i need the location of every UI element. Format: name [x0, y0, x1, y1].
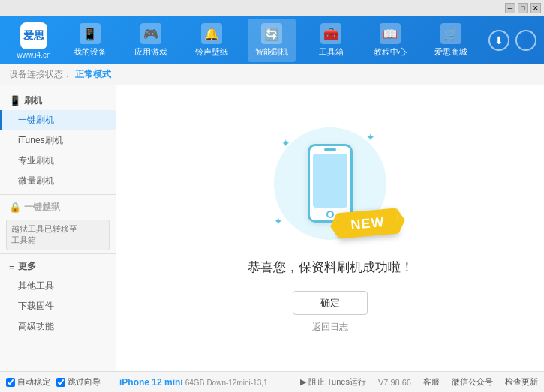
status-bar: 设备连接状态： 正常模式: [0, 64, 544, 85]
nav-toolbox-label: 工具箱: [319, 46, 344, 58]
sparkle-bottom-left: ✦: [274, 215, 283, 227]
sidebar-section-more: ≡ 更多: [0, 257, 116, 276]
nav-ringtone-label: 铃声壁纸: [195, 46, 228, 58]
sidebar-section-jailbreak: 🔒 一键越狱: [0, 198, 116, 217]
nav-ringtone[interactable]: 🔔 铃声壁纸: [188, 19, 236, 62]
jailbreak-note: 越狱工具已转移至工具箱: [6, 220, 110, 250]
status-value: 正常模式: [75, 68, 111, 81]
toolbox-icon: 🧰: [320, 23, 341, 44]
new-badge: NEW: [337, 208, 399, 238]
stop-itunes[interactable]: ▶ 阻止iTunes运行: [300, 376, 366, 388]
auto-send-label: 自动稳定: [17, 376, 50, 388]
lock-icon: 🔒: [9, 202, 21, 213]
nav-smart-flash-label: 智能刷机: [255, 46, 288, 58]
skip-guide-label: 跳过向导: [68, 376, 101, 388]
check-update-link[interactable]: 检查更新: [505, 376, 538, 388]
header: 爱思 www.i4.cn 📱 我的设备 🎮 应用游戏 🔔 铃声壁纸 🔄 智能刷机…: [0, 16, 544, 64]
skip-guide-input[interactable]: [56, 378, 65, 387]
maximize-button[interactable]: □: [518, 3, 528, 13]
confirm-button-label: 确定: [320, 296, 340, 310]
itunes-flash-label: iTunes刷机: [18, 135, 63, 145]
user-button[interactable]: 👤: [515, 30, 536, 51]
download-firmware-label: 下载固件: [18, 301, 54, 311]
flash-section-icon: 📱: [9, 95, 21, 106]
micro-flash-label: 微量刷机: [18, 175, 54, 186]
sparkle-top-right: ✦: [366, 131, 375, 143]
phone-speaker: [324, 148, 336, 151]
one-click-flash-label: 一键刷机: [18, 115, 54, 125]
device-firmware: Down-12mini-13,1: [206, 379, 267, 387]
close-button[interactable]: ✕: [530, 3, 541, 13]
nav-apps-games-label: 应用游戏: [134, 46, 167, 58]
phone-illustration: ✦ ✦ ✦ NEW: [270, 124, 390, 244]
sidebar-divider-1: [0, 194, 116, 195]
sparkle-top-left: ✦: [281, 137, 290, 149]
window-controls[interactable]: ─ □ ✕: [505, 3, 541, 13]
ringtone-icon: 🔔: [201, 23, 222, 44]
pro-flash-label: 专业刷机: [18, 155, 54, 166]
version-label: V7.98.66: [378, 378, 411, 387]
my-device-icon: 📱: [80, 23, 101, 44]
more-section-icon: ≡: [9, 261, 15, 272]
apps-games-icon: 🎮: [140, 23, 161, 44]
flash-section-label: 刷机: [24, 94, 42, 107]
wechat-link[interactable]: 微信公众号: [452, 376, 493, 388]
sidebar-section-flash: 📱 刷机: [0, 91, 116, 110]
sidebar-item-micro-flash[interactable]: 微量刷机: [0, 171, 116, 191]
device-info: iPhone 12 mini 64GB Down-12mini-13,1: [113, 377, 268, 388]
phone-shape: [308, 144, 353, 223]
nav-tutorial-label: 教程中心: [374, 46, 407, 58]
jailbreak-section-label: 一键越狱: [24, 201, 60, 214]
sidebar-item-download-firmware[interactable]: 下载固件: [0, 296, 116, 316]
device-name: iPhone 12 mini: [119, 377, 183, 388]
nav-apps-games[interactable]: 🎮 应用游戏: [127, 19, 175, 62]
logo-icon: 爱思: [20, 22, 47, 49]
content-area: ✦ ✦ ✦ NEW 恭喜您，保资料刷机成功啦！ 确定 返回日志: [116, 85, 544, 371]
stop-itunes-icon: ▶: [300, 377, 306, 387]
return-link[interactable]: 返回日志: [312, 321, 348, 334]
auto-send-checkbox[interactable]: 自动稳定: [6, 376, 50, 388]
sidebar-item-advanced[interactable]: 高级功能: [0, 316, 116, 337]
sidebar-item-one-click-flash[interactable]: 一键刷机: [0, 110, 116, 130]
auto-send-input[interactable]: [6, 378, 15, 387]
store-icon: 🛒: [440, 23, 461, 44]
nav-store-label: 爱思商城: [434, 46, 467, 58]
nav-my-device-label: 我的设备: [74, 46, 107, 58]
title-bar: ─ □ ✕: [0, 0, 544, 16]
nav-store[interactable]: 🛒 爱思商城: [427, 19, 475, 62]
success-text: 恭喜您，保资料刷机成功啦！: [248, 259, 413, 276]
customer-service-link[interactable]: 客服: [423, 376, 440, 388]
tutorial-icon: 📖: [380, 23, 401, 44]
sidebar: 📱 刷机 一键刷机 iTunes刷机 专业刷机 微量刷机 🔒 一键越狱 越狱工具…: [0, 85, 116, 371]
bottom-left: 自动稳定 跳过向导 iPhone 12 mini 64GB Down-12min…: [6, 376, 300, 388]
phone-screen: [313, 154, 347, 208]
other-tools-label: 其他工具: [18, 280, 54, 291]
nav-tutorial[interactable]: 📖 教程中心: [366, 19, 414, 62]
smart-flash-icon: 🔄: [261, 23, 282, 44]
logo-subtitle: www.i4.cn: [17, 51, 50, 59]
sidebar-item-itunes-flash[interactable]: iTunes刷机: [0, 130, 116, 151]
sidebar-item-other-tools[interactable]: 其他工具: [0, 276, 116, 296]
hero-area: ✦ ✦ ✦ NEW: [270, 124, 390, 244]
nav-items: 📱 我的设备 🎮 应用游戏 🔔 铃声壁纸 🔄 智能刷机 🧰 工具箱 📖 教程中心…: [60, 19, 481, 62]
logo: 爱思 www.i4.cn: [8, 22, 60, 59]
nav-toolbox[interactable]: 🧰 工具箱: [308, 19, 353, 62]
nav-right: ⬇ 👤: [488, 30, 536, 51]
more-section-label: 更多: [18, 260, 36, 273]
nav-smart-flash[interactable]: 🔄 智能刷机: [248, 19, 296, 62]
jailbreak-note-text: 越狱工具已转移至工具箱: [11, 224, 77, 244]
minimize-button[interactable]: ─: [505, 3, 515, 13]
stop-itunes-label: 阻止iTunes运行: [308, 376, 366, 388]
advanced-label: 高级功能: [18, 321, 54, 331]
confirm-button[interactable]: 确定: [293, 291, 368, 315]
skip-guide-checkbox[interactable]: 跳过向导: [56, 376, 101, 388]
device-storage: 64GB: [185, 379, 205, 387]
bottom-bar: 自动稳定 跳过向导 iPhone 12 mini 64GB Down-12min…: [0, 371, 544, 392]
sidebar-divider-2: [0, 253, 116, 254]
nav-my-device[interactable]: 📱 我的设备: [66, 19, 114, 62]
status-label: 设备连接状态：: [9, 68, 72, 81]
sidebar-item-pro-flash[interactable]: 专业刷机: [0, 151, 116, 171]
download-button[interactable]: ⬇: [488, 30, 509, 51]
main-layout: 📱 刷机 一键刷机 iTunes刷机 专业刷机 微量刷机 🔒 一键越狱 越狱工具…: [0, 85, 544, 371]
logo-text: 爱思: [23, 29, 44, 43]
